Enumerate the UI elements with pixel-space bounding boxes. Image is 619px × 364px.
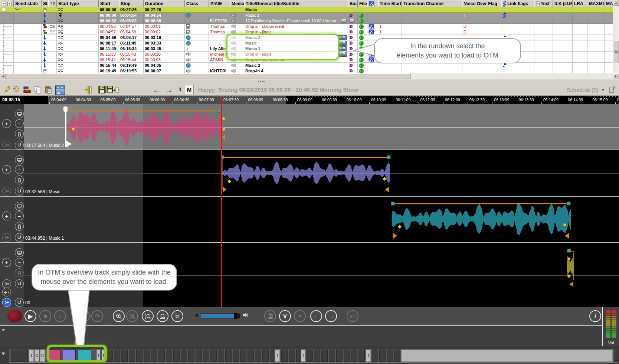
overview-element[interactable]: T — [29, 350, 34, 362]
track-snap-magnet-button[interactable] — [15, 187, 24, 196]
track-delete-clip-button[interactable] — [15, 129, 24, 138]
rundown-row[interactable]: 06:08:1706:11:4900:03:33MusicOTMD? — [0, 40, 619, 46]
rundown-vertical-scrollbar[interactable]: ▲ — [613, 0, 619, 73]
rundown-row[interactable]: 06:15:4406:19:4900:04:05Music 2D? — [0, 63, 619, 68]
track-remove-track-button[interactable]: − — [15, 211, 24, 220]
close-button[interactable]: × — [294, 310, 306, 322]
clip2-fadeout-marker[interactable] — [385, 187, 389, 192]
column-header-text[interactable]: Text — [534, 0, 553, 7]
track-snap-magnet-button[interactable] — [15, 298, 24, 307]
waveform-clip[interactable] — [66, 108, 221, 146]
overview-element[interactable] — [158, 350, 165, 362]
collapse-tracks-button[interactable] — [171, 310, 183, 322]
rundown-row[interactable]: 06:15:3306:15:4300:00:10Micheal MDrop in… — [0, 52, 619, 57]
stop-button[interactable]: ■ — [39, 310, 51, 322]
track-delete-clip-button[interactable] — [15, 176, 24, 184]
volume-slider[interactable] — [201, 314, 240, 318]
rundown-row[interactable]: 06:04:3206:05:0200:00:30B1ES70017 Positi… — [0, 18, 619, 24]
overview-element[interactable] — [248, 350, 254, 362]
undo-button[interactable]: ↶ — [78, 310, 90, 322]
rundown-horizontal-scrollbar[interactable]: ◄ ► — [0, 73, 619, 79]
column-header-stop[interactable]: Stop — [119, 0, 144, 7]
column-header-sta[interactable]: Sta — [42, 0, 48, 7]
column-header-start[interactable]: Start — [99, 0, 119, 7]
rundown-row[interactable]: 06:15:4206:15:4400:00:03ADMINDrop in - s… — [0, 57, 619, 63]
column-header-media[interactable]: Media — [230, 0, 244, 7]
clip1-end-marker[interactable] — [222, 135, 225, 140]
rundown-row[interactable]: 06:00:0006:04:5400:04:54Music 1D?T — [0, 13, 619, 18]
track-remove-track-button[interactable]: − — [15, 165, 24, 174]
waveform-clip[interactable] — [223, 162, 390, 184]
schedule-selector[interactable]: Schedule (0) ▼ — [567, 87, 605, 93]
column-header-sciss[interactable] — [367, 0, 378, 7]
rundown-row[interactable]: 06:04:5606:04:5700:00:01ThomasDrop in - … — [0, 24, 619, 29]
overview-element[interactable] — [196, 350, 202, 362]
overview-element[interactable] — [121, 350, 128, 362]
overview-element[interactable] — [379, 350, 386, 362]
overview-element[interactable] — [210, 350, 217, 362]
clip1-marker-diamond[interactable] — [222, 127, 226, 131]
track-delete-clip-button[interactable] — [15, 268, 24, 277]
track-merge-track-button[interactable] — [2, 233, 11, 242]
popout-icon[interactable] — [609, 86, 616, 95]
overview-element[interactable] — [336, 350, 343, 362]
previous-element-button[interactable]: ← — [310, 310, 322, 322]
clip1-start-handle[interactable] — [65, 107, 66, 147]
overview-element[interactable] — [321, 350, 328, 362]
clip3-fadein-marker[interactable] — [393, 233, 397, 239]
overview-element[interactable] — [401, 350, 613, 362]
clip3-end-handle[interactable] — [567, 202, 570, 205]
next-element-button[interactable]: → — [325, 310, 337, 322]
track-collapse-track-button[interactable] — [15, 248, 24, 257]
track-snap-magnet-button[interactable] — [15, 141, 24, 150]
save-audio-button[interactable] — [264, 310, 276, 322]
overview-element[interactable] — [351, 350, 357, 362]
add-note-button[interactable]: ♪ — [54, 310, 66, 322]
scroll-thumb[interactable] — [6, 73, 410, 79]
overview-element[interactable]: C — [40, 350, 45, 362]
track-add-layer-button[interactable]: +▼ — [2, 288, 11, 296]
overview-element[interactable] — [181, 350, 187, 362]
clip1-start-triangle[interactable] — [66, 141, 72, 147]
waveform-clip[interactable] — [392, 203, 570, 235]
column-header-ma[interactable]: MA — [605, 0, 613, 7]
track-delete-clip-button[interactable] — [15, 222, 24, 231]
collapse-group-button[interactable]: - — [2, 8, 6, 12]
overview-element[interactable] — [107, 350, 113, 362]
clip3-fade-diamond[interactable] — [398, 225, 402, 229]
column-header-cls[interactable]: Class — [185, 0, 209, 7]
track-remove-track-button[interactable]: − — [15, 119, 24, 128]
track-add-track-button[interactable]: + — [2, 211, 11, 220]
overview-element[interactable] — [307, 350, 313, 362]
column-header-vof[interactable]: Voice Over Flag — [462, 0, 501, 7]
cleanup-button[interactable] — [279, 310, 291, 322]
timeline-ruler[interactable]: 06:08:15 06:04:0906:04:3906:05:0906:05:3… — [0, 96, 619, 104]
pane-splitter[interactable] — [0, 79, 619, 83]
collapse-panel-arrow-icon[interactable] — [1, 329, 5, 331]
track-collapse-track-button[interactable] — [15, 155, 24, 164]
rundown-row[interactable]: -06:00:0006:27:2600:27:26Music — [0, 7, 619, 13]
clip3-fadeout-marker[interactable] — [565, 233, 569, 239]
clip1-start-cap[interactable] — [63, 106, 68, 112]
overview-element[interactable] — [129, 350, 135, 362]
clip1-end-handle[interactable] — [217, 109, 221, 112]
overview-element[interactable] — [394, 350, 400, 362]
chevron-down-icon[interactable]: ▼ — [601, 88, 605, 92]
playhead[interactable] — [221, 96, 222, 308]
overview-element[interactable] — [136, 350, 143, 362]
redo-button[interactable]: ↷ — [91, 310, 103, 322]
overview-element[interactable] — [387, 350, 393, 362]
clip2-fade-diamond[interactable] — [227, 180, 231, 183]
zoom-range-button[interactable] — [142, 310, 154, 322]
track-add-track-button[interactable]: + — [2, 119, 11, 128]
scroll-thumb[interactable] — [613, 41, 619, 63]
track-collapse-track-button[interactable] — [15, 202, 24, 211]
track-add-track-button[interactable]: + — [2, 258, 11, 267]
column-header-tso[interactable]: Time Start On — [378, 0, 402, 7]
column-header-send[interactable]: Send state — [14, 0, 42, 7]
track-merge-track-active-button[interactable] — [2, 298, 11, 307]
column-header-tch[interactable]: Transition Channel — [402, 0, 462, 7]
overview-element[interactable] — [188, 350, 194, 362]
overview-element[interactable] — [289, 350, 295, 362]
overview-collapse-arrow-icon[interactable] — [1, 352, 5, 355]
